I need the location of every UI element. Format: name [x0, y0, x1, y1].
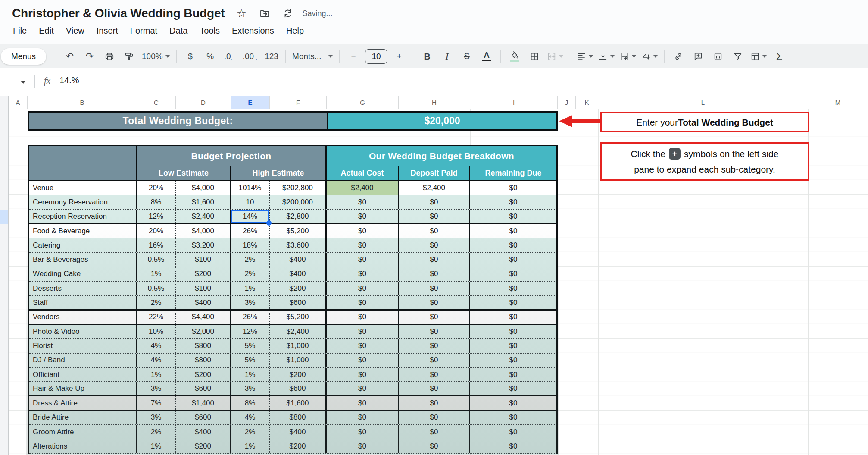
column-header-G[interactable]: G [327, 96, 399, 109]
table-cell[interactable]: $0 [327, 425, 399, 439]
table-cell[interactable]: $1,000 [270, 354, 327, 367]
table-cell[interactable]: $0 [470, 339, 556, 352]
table-cell[interactable]: $2,400 [176, 210, 231, 223]
table-cell[interactable]: $200 [270, 439, 327, 453]
remaining-due-header[interactable]: Remaining Due [470, 166, 556, 180]
table-cell[interactable]: $0 [470, 195, 556, 209]
table-cell[interactable]: $0 [399, 311, 470, 324]
vertical-align-button[interactable] [598, 49, 615, 64]
table-cell[interactable]: Venue [29, 181, 137, 195]
table-cell[interactable]: $100 [176, 253, 231, 266]
table-cell[interactable]: $2,400 [270, 325, 327, 338]
table-cell[interactable]: $0 [470, 439, 556, 453]
table-cell[interactable]: $0 [327, 195, 399, 209]
table-cell[interactable]: 2% [137, 296, 176, 309]
table-cell[interactable]: Desserts [29, 282, 137, 295]
menu-extensions[interactable]: Extensions [226, 24, 280, 38]
horizontal-align-button[interactable] [577, 49, 593, 64]
table-cell[interactable]: $400 [176, 296, 231, 309]
font-size-input[interactable]: 10 [365, 49, 387, 64]
table-cell[interactable]: 20% [137, 224, 176, 238]
table-cell[interactable]: $0 [399, 210, 470, 223]
table-cell[interactable]: $0 [470, 396, 556, 410]
table-cell[interactable]: $200 [270, 368, 327, 381]
table-cell[interactable]: $5,200 [270, 224, 327, 238]
row-header-strip[interactable] [0, 109, 9, 455]
table-cell[interactable]: $3,200 [176, 238, 231, 252]
table-cell[interactable]: $0 [399, 195, 470, 209]
table-cell[interactable]: $5,200 [270, 311, 327, 324]
table-cell[interactable]: $0 [327, 368, 399, 381]
table-cell[interactable]: 3% [231, 382, 270, 395]
insert-comment-button[interactable] [691, 49, 706, 64]
table-cell[interactable]: $0 [399, 296, 470, 309]
table-cell[interactable]: $3,600 [270, 238, 327, 252]
move-folder-icon[interactable] [258, 7, 271, 20]
menu-help[interactable]: Help [280, 24, 310, 38]
table-cell[interactable]: 12% [231, 325, 270, 338]
table-cell[interactable]: $0 [470, 210, 556, 223]
table-cell[interactable]: $0 [327, 224, 399, 238]
table-cell[interactable]: 2% [231, 253, 270, 266]
table-cell[interactable]: $0 [327, 411, 399, 424]
table-cell[interactable]: $0 [399, 282, 470, 295]
table-cell[interactable]: $0 [399, 238, 470, 252]
table-cell[interactable]: $0 [470, 296, 556, 309]
table-cell[interactable]: 8% [137, 195, 176, 209]
table-cell[interactable]: 16% [137, 238, 176, 252]
table-cell[interactable]: $0 [327, 325, 399, 338]
table-cell[interactable]: 4% [137, 339, 176, 352]
table-cell[interactable]: $0 [470, 181, 556, 195]
table-cell[interactable]: 5% [231, 339, 270, 352]
table-cell[interactable]: $0 [327, 311, 399, 324]
redo-button[interactable]: ↷ [82, 49, 97, 64]
table-cell[interactable]: Groom Attire [29, 425, 137, 439]
more-formats-button[interactable]: 123 [264, 49, 279, 64]
menu-tools[interactable]: Tools [194, 24, 226, 38]
table-cell[interactable]: $0 [399, 411, 470, 424]
table-cell[interactable]: $800 [176, 354, 231, 367]
table-cell[interactable]: 1% [137, 439, 176, 453]
menu-view[interactable]: View [60, 24, 91, 38]
column-header-B[interactable]: B [28, 96, 137, 109]
menu-data[interactable]: Data [163, 24, 194, 38]
total-budget-label-cell[interactable]: Total Wedding Budget: [29, 113, 328, 129]
column-header-D[interactable]: D [176, 96, 231, 109]
table-cell[interactable]: $202,800 [270, 181, 327, 195]
table-cell[interactable]: $0 [399, 439, 470, 453]
format-currency-button[interactable]: $ [183, 49, 198, 64]
table-cell[interactable]: $0 [327, 238, 399, 252]
table-cell[interactable]: 10 [231, 195, 270, 209]
table-cell[interactable]: $0 [470, 354, 556, 367]
table-cell[interactable]: $600 [176, 382, 231, 395]
low-estimate-header[interactable]: Low Estimate [137, 166, 231, 180]
blank-header-cell[interactable] [29, 146, 137, 180]
table-cell[interactable]: $200 [270, 282, 327, 295]
zoom-control[interactable]: 100% [142, 49, 170, 64]
column-header-M[interactable]: M [808, 96, 868, 109]
table-cell[interactable]: Catering [29, 238, 137, 252]
table-cell[interactable]: $0 [327, 253, 399, 266]
table-cell[interactable]: 10% [137, 325, 176, 338]
table-cell[interactable]: $0 [470, 224, 556, 238]
text-wrap-button[interactable] [620, 49, 636, 64]
actual-cost-header[interactable]: Actual Cost [327, 166, 399, 180]
borders-button[interactable] [527, 49, 542, 64]
table-cell[interactable]: $400 [270, 425, 327, 439]
table-cell[interactable]: $0 [470, 253, 556, 266]
table-cell[interactable]: 8% [231, 396, 270, 410]
table-cell[interactable]: $600 [270, 382, 327, 395]
create-filter-button[interactable] [731, 49, 745, 64]
column-header-L[interactable]: L [598, 96, 808, 109]
increase-decimal-button[interactable]: .00→ [243, 49, 259, 64]
functions-button[interactable]: Σ [772, 49, 787, 64]
font-selector[interactable]: Monts... [292, 49, 333, 64]
table-cell[interactable]: Bride Attire [29, 411, 137, 424]
table-cell[interactable]: 0.5% [137, 282, 176, 295]
table-cell[interactable]: $200 [176, 267, 231, 281]
column-header-A[interactable]: A [9, 96, 28, 109]
strikethrough-button[interactable]: S [459, 49, 474, 64]
table-cell[interactable]: $0 [399, 253, 470, 266]
table-cell[interactable]: 1% [137, 267, 176, 281]
fill-handle[interactable] [266, 220, 272, 226]
